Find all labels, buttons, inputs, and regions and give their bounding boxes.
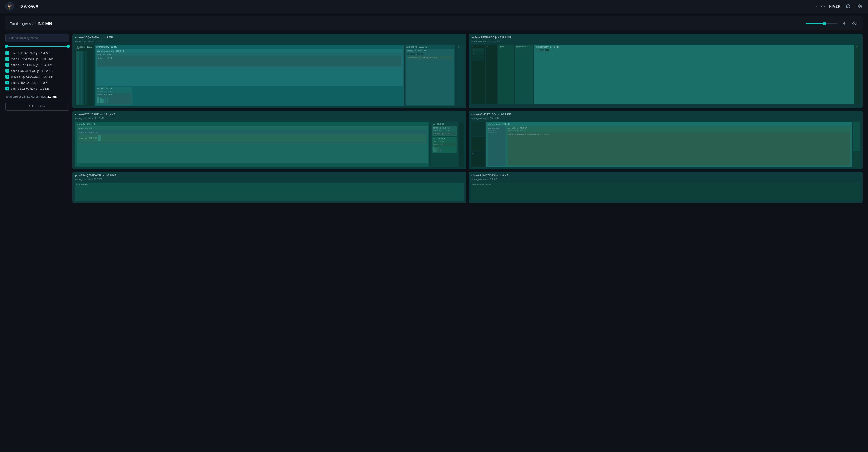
user-name: Nivek [829,4,841,8]
omct-subtitle: node_modules · 89.1 KB [471,117,860,120]
mycompany-omct-block: @mycompany · 85.5 KB app-utils-com fesm2… [486,122,852,167]
chunk-list-item-1[interactable]: main-HR7VBWDD.js - 523.6 KB [5,57,69,61]
fesm2022-block: fesm2022 · 522.0 KB r r m e r e mycompan… [406,49,454,105]
chunk-checkbox-6[interactable] [5,87,9,90]
filter-input[interactable] [5,34,69,42]
hk4-treemap: node_modules · 3.9 KB [471,183,860,201]
app-uilib-block: app-uilib-ng · 522.0 KB fesm2022 · 522.0… [405,44,456,106]
svg-text:🦅: 🦅 [7,3,13,9]
chunk-name-6: chunk-SE5JAREP.js - 1.3 KB [11,87,49,90]
chunk-name-5: chunk-HK4C5DA3.js - 4.0 KB [11,81,50,85]
app-utils-block: app-utils-icons-jslib · 693.6 KB esm · 4… [96,49,403,86]
build-block: build · 443.7 KB [97,56,401,66]
download-icon [842,21,846,26]
chunk-name-0: chunk-JDQX3ANA.js - 1.4 MB [11,52,50,55]
settings-button[interactable] [856,3,863,10]
settings-icon [857,4,862,9]
chunk-list-item-5[interactable]: chunk-HK4C5DA3.js - 4.0 KB [5,80,69,85]
size-range-slider[interactable] [5,46,69,47]
hide-button[interactable] [851,20,858,27]
hide-icon [852,21,857,26]
chunk-checkbox-4[interactable] [5,75,9,78]
common-block: common · 25.5 KB fesm2022 · 25.5 KB comm… [432,126,457,136]
main-hr7-subtitle: node_modules · 518.8 KB [471,40,860,43]
hk4-main: node_modules · 3.9 KB [471,183,860,201]
chunk-name-4: polyfills-Q763KACN.js - 33.8 KB [11,75,53,78]
omct-title: chunk-OMCT7LGO.js · 90.2 KB [471,113,860,116]
p-block: p [855,44,860,104]
download-button[interactable] [841,20,847,27]
chunk-list: chunk-JDQX3ANA.js - 1.4 MB main-HR7VBWDD… [5,51,69,91]
chunk-card-gy7: chunk-GY7HD3UZ.js · 194.9 KB node_module… [72,110,466,169]
github-icon [846,4,851,9]
core-block: core · 137.9 KB fesm2022 · 137.9 KB core… [76,126,428,163]
chunk-checkbox-5[interactable] [5,81,9,85]
header-left: 🦅 Hawkeye [5,2,38,11]
chunk-jdqx3ana-title: chunk-JDQX3ANA.js · 1.4 MB [75,36,464,39]
chunk-checkbox-3[interactable] [5,69,9,73]
hk4-title: chunk-HK4C5DA3.js · 4.0 KB [471,174,860,177]
chunk-checkbox-2[interactable] [5,63,9,67]
gy7-subtitle: node_modules · 192.8 KB [75,117,464,120]
fesm2022-core-block: fesm2022 · 137.9 KB core.mjs · 133.0 KB [78,130,427,143]
s-block: s t a c r [471,44,485,104]
main-content: Total eager size: 2.2 MB [0,13,868,207]
chunk-jdqx3ana-subtitle: node_modules · 1.4 MB [75,40,464,43]
chunk-list-item-0[interactable]: chunk-JDQX3ANA.js - 1.4 MB [5,51,69,55]
total-size-display: Total eager size: 2.2 MB [10,21,52,26]
chunk-card-omct: chunk-OMCT7LGO.js · 90.2 KB node_modules… [469,110,863,169]
chunk-card-polyfills: polyfills-Q763KACN.js · 33.8 KB node_mod… [72,172,466,203]
github-button[interactable] [845,3,851,10]
chunk-list-item-3[interactable]: chunk-OMCT7LGO.js - 90.2 KB [5,68,69,73]
chunks-visualization: chunk-JDQX3ANA.js · 1.4 MB node_modules … [72,34,863,203]
jdqx3ana-treemap: @angular · 150.0 KB @mycompany · 1.2 MB [75,44,464,106]
topbar-right [806,20,858,27]
version-badge: v1 beta [816,5,825,8]
size-range-input[interactable] [806,23,837,24]
header-right: v1 beta Nivek [816,3,863,10]
polyfills-treemap: node_modules [75,183,464,201]
rxjs-block: rxjs · 27.6 KB common · 25.5 KB fesm2022… [431,122,458,167]
pc-block: pc [457,44,464,106]
mycompany-omct-inner: app-utils-com fesm2022 · mycompan app-ui… [488,126,850,166]
app-uilib-omct-block: app-uilib-ng · 67.6 KB fesm2022 · 67.6 K… [507,126,850,166]
filter-input-wrap [5,34,69,42]
omct-treemap: f c c @mycompany · 85.5 KB app-utils-com… [471,122,860,167]
polyfills-title: polyfills-Q763KACN.js · 33.8 KB [75,174,464,177]
hk4-subtitle: node_modules · 3.9 KB [471,178,860,181]
total-size-label: Total eager size: 2.2 MB [10,22,52,26]
t-partial-block: t [459,122,464,167]
reset-filters-button[interactable]: ↺ Reset filters [5,102,69,110]
layout-block: mycompany-app-uilib-ng-src-lib-layout.mj… [507,132,849,165]
range-fill [6,46,68,47]
mycompany-block: @mycompany · 1.2 MB app-utils-icons-jsli… [95,44,404,106]
range-thumb-left[interactable] [5,44,8,48]
t-block: t [486,44,497,104]
chunk-name-2: chunk-GY7HD3UZ.js - 194.9 KB [11,63,53,67]
reset-icon: ↺ [28,104,30,108]
gy7-title: chunk-GY7HD3UZ.js · 194.9 KB [75,113,464,116]
chunk-card-hk4: chunk-HK4C5DA3.js · 4.0 KB node_modules … [469,172,863,203]
angular-gy7-block: @angular · 163.4 KB core · 137.9 KB fesm… [75,122,429,167]
total-filtered: Total size of all filtered bundles: 2.2 … [5,95,69,98]
chunk-card-jdqx3ana: chunk-JDQX3ANA.js · 1.4 MB node_modules … [72,34,466,108]
esm-block: esm · 443.7 KB build · 443.7 KB [97,53,402,67]
range-thumb-right[interactable] [67,44,70,48]
topbar: Total eager size: 2.2 MB [5,17,863,31]
chunk-list-item-6[interactable]: chunk-SE5JAREP.js - 1.3 KB [5,86,69,91]
chunk-checkbox-0[interactable] [5,51,9,55]
app-header: 🦅 Hawkeye v1 beta Nivek [0,0,868,13]
polyfills-subtitle: node_modules · 33.7 KB [75,178,464,181]
range-track [6,46,68,47]
chunk-list-item-2[interactable]: chunk-GY7HD3UZ.js - 194.9 KB [5,63,69,67]
chunk-card-main-hr7: main-HR7VBWDD.js · 523.6 KB node_modules… [469,34,863,108]
size-slider[interactable] [806,23,837,24]
ang-block: @ang [498,44,514,104]
dist-block: dist · 27.6 KB esm · 27.6 KB internal · … [432,136,457,153]
chunk-name-3: chunk-OMCT7LGO.js - 90.2 KB [11,69,53,73]
chunk-checkbox-1[interactable] [5,57,9,61]
main-hr7-treemap: s t a c r t @ang [471,44,860,104]
omct-small-blocks: f c c [471,122,485,167]
sidebar: chunk-JDQX3ANA.js - 1.4 MB main-HR7VBWDD… [5,34,69,203]
chunk-list-item-4[interactable]: polyfills-Q763KACN.js - 33.8 KB [5,74,69,79]
